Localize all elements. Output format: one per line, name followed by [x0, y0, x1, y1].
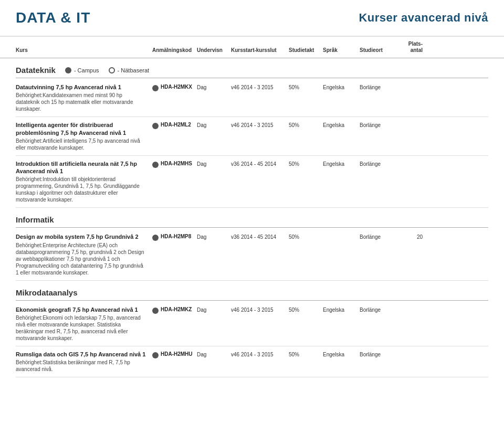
course-title: Intelligenta agenter för distribuerad pr…: [16, 121, 147, 136]
course-undervisn: Dag: [197, 160, 231, 167]
course-prereq: Behörighet:Enterprise Architecture (EA) …: [16, 242, 147, 276]
course-anmningskod: HDA-H2ML2: [152, 121, 197, 129]
course-studietakt: 50%: [289, 351, 323, 357]
section-header-informatik: Informatik: [16, 208, 488, 228]
table-row: Ekonomisk geografi 7,5 hp Avancerad nivå…: [16, 302, 488, 346]
course-studieort: Borlänge: [360, 83, 396, 90]
course-dot-icon: [152, 235, 159, 241]
course-studieort: Borlänge: [360, 351, 396, 357]
table-row: Rumsliga data och GIS 7,5 hp Avancerad n…: [16, 346, 488, 377]
page-subtitle: Kurser avancerad nivå: [359, 11, 488, 25]
course-info: Introduktion till artificiella neurala n…: [16, 160, 152, 204]
course-sprak: Engelska: [323, 306, 360, 313]
course-dot-icon: [152, 123, 159, 129]
course-title: Rumsliga data och GIS 7,5 hp Avancerad n…: [16, 351, 147, 358]
table-row: Introduktion till artificiella neurala n…: [16, 156, 488, 208]
course-kursstart: v46 2014 - 3 2015: [231, 351, 289, 357]
course-anmningskod: HDA-H2MKX: [152, 83, 197, 91]
col-studietakt-header: Studietakt: [289, 47, 323, 54]
course-studieort: Borlänge: [360, 306, 396, 313]
course-dot-icon: [152, 308, 159, 314]
course-anmningskod: HDA-H2MHS: [152, 160, 197, 168]
course-anmningskod: HDA-H2MHU: [152, 351, 197, 358]
col-kursstart-header: Kursstart-kursslut: [231, 47, 289, 54]
anm-code-text: HDA-H2MHS: [161, 161, 192, 166]
natbaserat-label: - Nätbaserat: [109, 67, 150, 73]
table-row: Intelligenta agenter för distribuerad pr…: [16, 117, 488, 156]
anm-code-text: HDA-H2MKZ: [161, 306, 192, 312]
course-plats-antal: [396, 351, 423, 352]
campus-dot-icon: [65, 67, 71, 73]
col-anm-header: Anmälningskod: [152, 47, 197, 54]
course-title: Introduktion till artificiella neurala n…: [16, 160, 147, 175]
course-dot-icon: [152, 85, 159, 91]
section-informatik: InformatikDesign av mobila system 7,5 hp…: [0, 208, 504, 280]
sections-container: Datateknik- Campus- NätbaseratDatautvinn…: [0, 58, 504, 377]
course-title: Ekonomisk geografi 7,5 hp Avancerad nivå…: [16, 306, 147, 313]
course-info: Datautvinning 7,5 hp Avancerad nivå 1Beh…: [16, 83, 152, 112]
course-plats-antal: 20: [396, 233, 423, 240]
col-undervisn-header: Undervisn: [197, 47, 231, 54]
section-title-informatik: Informatik: [16, 215, 54, 224]
course-prereq: Behörighet:Artificiell intelligens 7,5 h…: [16, 138, 147, 151]
course-sprak: Engelska: [323, 83, 360, 90]
page-header: DATA & IT Kurser avancerad nivå: [0, 0, 504, 37]
course-prereq: Behörighet:Statistiska beräkningar med R…: [16, 359, 147, 373]
col-kurs-header: Kurs: [16, 47, 152, 54]
course-kursstart: v46 2014 - 3 2015: [231, 121, 289, 128]
course-studietakt: 50%: [289, 306, 323, 313]
page-title: DATA & IT: [16, 9, 90, 26]
course-prereq: Behörighet:Ekonomi och ledarskap 7,5 hp,…: [16, 314, 147, 342]
course-studietakt: 50%: [289, 160, 323, 167]
col-plats-header: Plats-antal: [396, 41, 423, 54]
course-studieort: Borlänge: [360, 160, 396, 167]
course-undervisn: Dag: [197, 83, 231, 90]
natbaserat-text: - Nätbaserat: [118, 67, 150, 73]
course-studietakt: 50%: [289, 83, 323, 90]
course-undervisn: Dag: [197, 306, 231, 313]
course-dot-icon: [152, 352, 159, 358]
course-kursstart: v46 2014 - 3 2015: [231, 306, 289, 313]
course-dot-icon: [152, 162, 159, 168]
course-plats-antal: [396, 160, 423, 161]
col-sprak-header: Språk: [323, 47, 360, 54]
course-undervisn: Dag: [197, 121, 231, 128]
campus-label: - Campus: [65, 67, 99, 73]
course-undervisn: Dag: [197, 351, 231, 357]
anm-code-text: HDA-H2MKX: [161, 84, 192, 90]
course-info: Design av mobila system 7,5 hp Grundnivå…: [16, 233, 152, 276]
course-undervisn: Dag: [197, 233, 231, 240]
campus-text: - Campus: [74, 67, 99, 73]
course-kursstart: v46 2014 - 3 2015: [231, 83, 289, 90]
course-title: Design av mobila system 7,5 hp Grundnivå…: [16, 233, 147, 240]
table-row: Datautvinning 7,5 hp Avancerad nivå 1Beh…: [16, 79, 488, 117]
section-mikrodataanalys: MikrodataanalysEkonomisk geografi 7,5 hp…: [0, 281, 504, 378]
section-header-datateknik: Datateknik- Campus- Nätbaserat: [16, 58, 488, 78]
course-info: Rumsliga data och GIS 7,5 hp Avancerad n…: [16, 351, 152, 373]
course-sprak: Engelska: [323, 160, 360, 167]
course-plats-antal: [396, 306, 423, 307]
course-info: Intelligenta agenter för distribuerad pr…: [16, 121, 152, 151]
course-anmningskod: HDA-H2MP8: [152, 233, 197, 241]
course-prereq: Behörighet:Kandidatexamen med minst 90 h…: [16, 92, 147, 112]
section-datateknik: Datateknik- Campus- NätbaseratDatautvinn…: [0, 58, 504, 208]
course-sprak: [323, 233, 360, 234]
section-title-datateknik: Datateknik: [16, 66, 56, 75]
course-prereq: Behörighet:Introduktion till objektorien…: [16, 176, 147, 203]
course-studietakt: 50%: [289, 233, 323, 240]
course-studieort: Borlänge: [360, 121, 396, 128]
course-info: Ekonomisk geografi 7,5 hp Avancerad nivå…: [16, 306, 152, 342]
course-studieort: Borlänge: [360, 233, 396, 240]
course-anmningskod: HDA-H2MKZ: [152, 306, 197, 314]
table-row: Design av mobila system 7,5 hp Grundnivå…: [16, 229, 488, 280]
col-studieort-header: Studieort: [360, 47, 396, 54]
course-plats-antal: [396, 83, 423, 84]
course-sprak: Engelska: [323, 121, 360, 128]
anm-code-text: HDA-H2MHU: [161, 351, 193, 357]
course-sprak: Engelska: [323, 351, 360, 357]
section-header-mikrodataanalys: Mikrodataanalys: [16, 281, 488, 301]
anm-code-text: HDA-H2MP8: [161, 234, 191, 239]
course-plats-antal: [396, 121, 423, 122]
column-headers: Kurs Anmälningskod Undervisn Kursstart-k…: [0, 37, 504, 58]
course-studietakt: 50%: [289, 121, 323, 128]
